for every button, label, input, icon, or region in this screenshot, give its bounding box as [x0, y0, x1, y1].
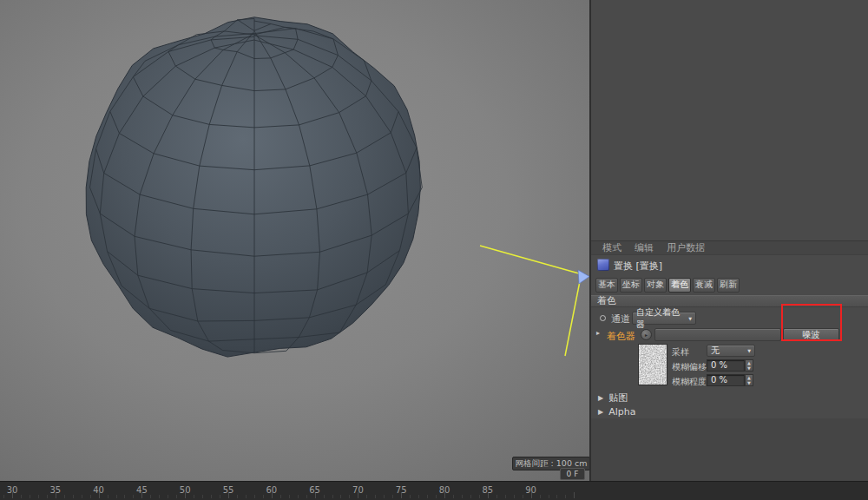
timeline-tick-30: 30	[7, 485, 18, 495]
object-header-row[interactable]: 置换 [置换]	[591, 259, 868, 273]
timeline-tick-35: 35	[49, 485, 61, 495]
timeline-tick-50: 50	[180, 485, 191, 495]
stepper-down-icon[interactable]: ▼	[746, 365, 753, 371]
tab-对象[interactable]: 对象	[644, 278, 667, 293]
section-header-shading[interactable]: 着色	[591, 295, 868, 307]
timeline-tick-40: 40	[93, 485, 104, 495]
noise-texture	[639, 345, 667, 385]
timeline-tick-75: 75	[396, 485, 407, 495]
group-Alpha[interactable]: ▶Alpha	[591, 405, 868, 418]
group-label: 贴图	[608, 391, 628, 405]
blur-offset-stepper[interactable]: ▲ ▼	[745, 359, 753, 372]
menu-模式[interactable]: 模式	[602, 241, 621, 254]
timeline-tick-90: 90	[525, 485, 536, 495]
timeline-tick-45: 45	[136, 485, 148, 495]
viewport-3d[interactable]: 网格间距 : 100 cm 0 F	[0, 0, 589, 481]
timeline-tick-60: 60	[266, 485, 277, 495]
blur-offset-field[interactable]: 0 %	[707, 359, 745, 372]
chevron-down-icon: ▼	[688, 316, 692, 321]
timeline-tick-85: 85	[482, 485, 493, 495]
blur-strength-field[interactable]: 0 %	[707, 374, 745, 386]
timeline-tick-70: 70	[352, 485, 364, 495]
timeline-tick-65: 65	[309, 485, 320, 495]
sampling-label: 采样	[672, 346, 689, 359]
attribute-menu-bar: 模式编辑用户数据	[591, 240, 868, 255]
menu-编辑[interactable]: 编辑	[635, 241, 654, 254]
blur-strength-label: 模糊程度	[672, 376, 707, 388]
sampling-dropdown[interactable]: 无 ▼	[707, 345, 755, 357]
tab-坐标[interactable]: 坐标	[620, 278, 642, 293]
shader-expander-icon[interactable]: ▸	[596, 329, 600, 337]
stepper-down-icon[interactable]: ▼	[746, 380, 753, 385]
attribute-tabs: 基本坐标对象着色衰减刷新	[595, 278, 740, 293]
chevron-right-icon: ▶	[598, 394, 603, 402]
tab-着色[interactable]: 着色	[668, 278, 691, 293]
tab-刷新[interactable]: 刷新	[717, 278, 740, 293]
shader-preview-button[interactable]: ▸	[641, 329, 652, 340]
viewport-canvas	[0, 0, 589, 481]
channel-dropdown[interactable]: 自定义着色器 ▼	[632, 312, 696, 325]
sampling-value: 无	[711, 345, 720, 357]
object-name-label: 置换 [置换]	[614, 260, 662, 273]
group-贴图[interactable]: ▶贴图	[591, 391, 868, 405]
pointer-arrowhead-icon	[578, 270, 589, 284]
channel-label: 通道	[611, 312, 630, 326]
annotation-arrow-line-1	[480, 246, 585, 275]
keyframe-circle-icon[interactable]	[600, 315, 606, 321]
app-window: 网格间距 : 100 cm 0 F 3035404550556065707580…	[0, 0, 868, 500]
channel-dropdown-value: 自定义着色器	[636, 306, 685, 331]
shader-label: 着色器	[607, 330, 635, 343]
chevron-down-icon: ▼	[747, 348, 751, 353]
blur-strength-stepper[interactable]: ▲ ▼	[745, 374, 753, 386]
shader-field[interactable]	[654, 328, 781, 341]
noise-shader-button[interactable]: 噪波	[783, 328, 839, 341]
tab-基本[interactable]: 基本	[595, 278, 618, 293]
sphere-object[interactable]	[86, 17, 420, 357]
timeline-tick-55: 55	[223, 485, 234, 495]
noise-preview-thumbnail[interactable]	[638, 344, 667, 385]
panel-empty-area	[591, 418, 868, 481]
menu-用户数据[interactable]: 用户数据	[667, 241, 705, 254]
group-label: Alpha	[608, 406, 635, 418]
current-frame-field[interactable]: 0 F	[560, 468, 585, 480]
timeline-ruler[interactable]: 30354045505560657075808590	[0, 481, 868, 500]
chevron-right-icon: ▶	[598, 408, 603, 416]
displacement-deformer-icon	[597, 259, 609, 271]
blur-offset-label: 模糊偏移	[672, 361, 707, 373]
timeline-tick-80: 80	[439, 485, 450, 495]
attribute-manager-panel: 模式编辑用户数据 置换 [置换] 基本坐标对象着色衰减刷新 着色 通道 自定义着…	[591, 0, 868, 481]
tab-衰减[interactable]: 衰减	[693, 278, 715, 293]
annotation-arrow-line-2	[565, 281, 580, 356]
